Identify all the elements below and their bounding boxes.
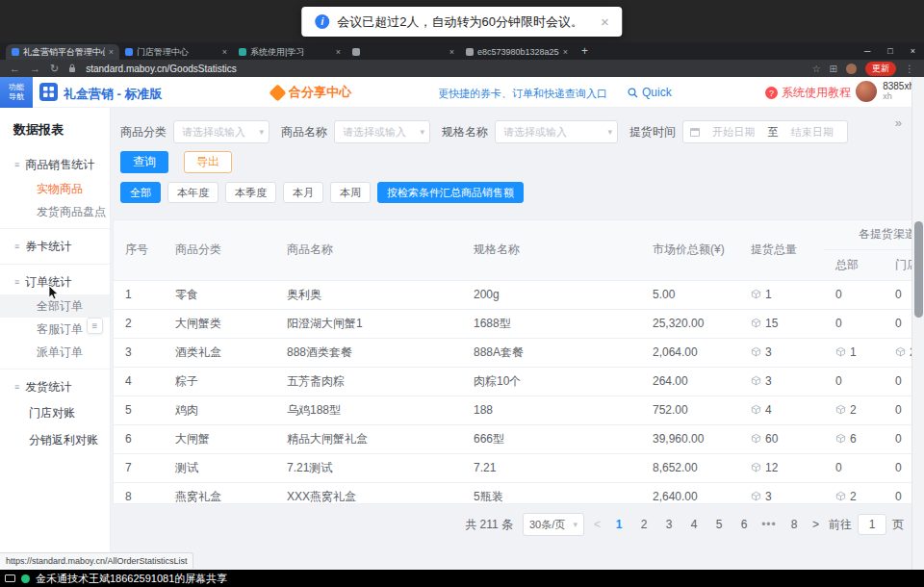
tab-close-icon[interactable]: × bbox=[563, 47, 568, 57]
browser-tab-2[interactable]: 系统使用|学习× bbox=[233, 44, 346, 60]
action-buttons: 查询 导出 bbox=[120, 151, 232, 173]
collapse-chevrons-icon[interactable]: » bbox=[895, 115, 902, 130]
name-select[interactable]: 请选择或输入 ▾ bbox=[334, 120, 430, 143]
close-icon[interactable]: × bbox=[601, 13, 609, 30]
cell-store-value: 0 bbox=[895, 403, 902, 417]
pager-page-3[interactable]: 3 bbox=[660, 518, 678, 531]
quick-tab-4[interactable]: 本周 bbox=[330, 182, 371, 203]
bookmark-star-icon[interactable]: ☆ bbox=[812, 64, 821, 74]
window-minimize-button[interactable]: ─ bbox=[856, 46, 879, 56]
cell-spec: 肉粽10个 bbox=[462, 367, 641, 396]
back-icon[interactable]: ← bbox=[10, 64, 20, 74]
new-tab-button[interactable]: + bbox=[581, 44, 588, 58]
quick-entry-tip[interactable]: 更快捷的券卡、订单和快递查询入口 bbox=[438, 87, 607, 101]
cell-hq: 0 bbox=[824, 453, 884, 482]
sidebar-collapse-handle[interactable]: ≡ bbox=[87, 318, 103, 334]
share-center-icon bbox=[269, 84, 286, 101]
browser-status-bubble: https://standard.maboy.cn/AllOrderStatis… bbox=[0, 552, 193, 569]
pager-page-8[interactable]: 8 bbox=[785, 518, 803, 531]
sidebar-item-label: 商品销售统计 bbox=[25, 157, 94, 173]
cell-spec: 5瓶装 bbox=[462, 482, 641, 504]
sidebar-item-4[interactable]: ≡券卡统计 bbox=[0, 234, 110, 259]
pager-next-icon[interactable]: > bbox=[812, 518, 819, 531]
pager-page-2[interactable]: 2 bbox=[635, 518, 653, 531]
user-menu[interactable]: 8385xh xh bbox=[856, 81, 914, 102]
cell-hq-value: 2 bbox=[850, 490, 857, 503]
browser-tab-3[interactable]: × bbox=[346, 44, 460, 60]
query-button[interactable]: 查询 bbox=[120, 151, 168, 173]
quick-filter-tabs: 全部本年度本季度本月本周按检索条件汇总商品销售额 bbox=[120, 182, 524, 203]
sidebar-item-1[interactable]: 实物商品 bbox=[0, 177, 110, 200]
menu-lines-icon: ≡ bbox=[14, 160, 19, 169]
user-name: 8385xh bbox=[883, 81, 914, 91]
pager-page-6[interactable]: 6 bbox=[735, 518, 753, 531]
quick-tab-1[interactable]: 本年度 bbox=[167, 182, 218, 203]
tab-title: e8c573980b1328a258fd2e6l bbox=[477, 47, 559, 57]
scrollbar-thumb[interactable] bbox=[914, 221, 923, 318]
window-maximize-button[interactable]: □ bbox=[879, 46, 901, 56]
col-header-index: 序号 bbox=[114, 220, 164, 280]
url-text[interactable]: standard.maboy.cn/GoodsStatistics bbox=[86, 64, 237, 74]
screen-share-bar: 金禾通技术王斌18662591081的屏幕共享 bbox=[0, 570, 924, 587]
nav-badge-line1: 功能 bbox=[9, 83, 24, 92]
quick-tab-3[interactable]: 本月 bbox=[283, 182, 323, 203]
cell-pickup-total: 1 bbox=[739, 280, 824, 309]
tab-close-icon[interactable]: × bbox=[109, 47, 114, 57]
table-row: 3酒类礼盒888酒类套餐888A套餐2,064.00312 bbox=[114, 338, 911, 367]
share-center-link[interactable]: 合分享中心 bbox=[271, 84, 351, 101]
sidebar-item-0[interactable]: ≡商品销售统计 bbox=[0, 152, 110, 177]
table-row: 7测试7.21测试7.218,652.001200 bbox=[114, 453, 911, 482]
browser-tab-0[interactable]: 礼盒营销平台管理中心× bbox=[6, 44, 119, 60]
cell-index: 8 bbox=[114, 482, 164, 504]
pager-page-5[interactable]: 5 bbox=[710, 518, 728, 531]
package-icon bbox=[835, 404, 846, 418]
reload-icon[interactable]: ↻ bbox=[50, 64, 59, 74]
browser-update-button[interactable]: 更新 bbox=[865, 62, 896, 76]
sidebar-item-2[interactable]: 发货商品盘点 bbox=[0, 200, 110, 223]
filter-bar: 商品分类 请选择或输入 ▾ 商品名称 请选择或输入 ▾ 规格名称 bbox=[120, 120, 848, 143]
browser-profile-avatar[interactable] bbox=[846, 64, 857, 74]
pager-prev-icon[interactable]: < bbox=[594, 518, 601, 531]
kebab-menu-icon[interactable]: ⋮ bbox=[905, 64, 914, 74]
window-close-button[interactable]: × bbox=[902, 46, 924, 56]
cell-pickup-total-value: 1 bbox=[765, 288, 772, 301]
browser-tab-1[interactable]: 门店管理中心× bbox=[119, 44, 233, 60]
quick-tab-5[interactable]: 按检索条件汇总商品销售额 bbox=[377, 182, 524, 203]
quick-tab-0[interactable]: 全部 bbox=[120, 182, 161, 203]
spec-select[interactable]: 请选择或输入 ▾ bbox=[495, 120, 618, 143]
cell-pickup-total: 12 bbox=[739, 453, 824, 482]
cell-spec: 888A套餐 bbox=[462, 338, 641, 367]
quick-tab-2[interactable]: 本季度 bbox=[225, 182, 276, 203]
tab-close-icon[interactable]: × bbox=[336, 47, 341, 57]
extensions-icon[interactable]: ⊞ bbox=[830, 64, 837, 74]
date-range-picker[interactable]: 开始日期 至 结束日期 bbox=[682, 120, 848, 143]
tab-close-icon[interactable]: × bbox=[222, 47, 227, 57]
table-body: 1零食奥利奥200g5.001002大闸蟹类阳澄湖大闸蟹11688型25,320… bbox=[114, 280, 911, 504]
tab-favicon bbox=[466, 48, 474, 56]
cell-category: 燕窝礼盒 bbox=[164, 482, 275, 504]
sidebar-item-13[interactable]: 分销返利对账 bbox=[0, 426, 110, 453]
sidebar-item-11[interactable]: ≡发货统计 bbox=[0, 374, 110, 399]
filter-spec-label: 规格名称 bbox=[442, 124, 488, 140]
forward-icon[interactable]: → bbox=[30, 64, 40, 74]
sidebar-item-9[interactable]: 派单订单 bbox=[0, 341, 110, 364]
sidebar-item-12[interactable]: 门店对账 bbox=[0, 399, 110, 426]
export-button[interactable]: 导出 bbox=[184, 151, 232, 173]
table-row: 8燕窝礼盒XXX燕窝礼盒5瓶装2,640.00320 bbox=[114, 482, 911, 504]
pager-page-1[interactable]: 1 bbox=[610, 518, 628, 531]
quick-search[interactable]: Quick bbox=[628, 86, 672, 99]
category-select[interactable]: 请选择或输入 ▾ bbox=[173, 120, 270, 143]
pager-page-4[interactable]: 4 bbox=[685, 518, 703, 531]
chevron-down-icon: ▾ bbox=[573, 520, 578, 529]
menu-lines-icon: ≡ bbox=[14, 242, 19, 251]
cell-index: 6 bbox=[114, 424, 164, 453]
page-size-select[interactable]: 30条/页 ▾ bbox=[523, 513, 584, 536]
package-icon bbox=[835, 491, 846, 504]
cell-hq: 0 bbox=[824, 280, 884, 309]
function-nav-badge[interactable]: 功能 导航 bbox=[0, 77, 33, 108]
tab-close-icon[interactable]: × bbox=[449, 47, 454, 57]
browser-tab-4[interactable]: e8c573980b1328a258fd2e6l× bbox=[460, 44, 574, 60]
tutorial-link[interactable]: ? 系统使用教程 bbox=[765, 85, 851, 101]
col-header-pickup-total: 提货总量 bbox=[739, 220, 824, 280]
goto-page-input[interactable] bbox=[858, 514, 886, 535]
